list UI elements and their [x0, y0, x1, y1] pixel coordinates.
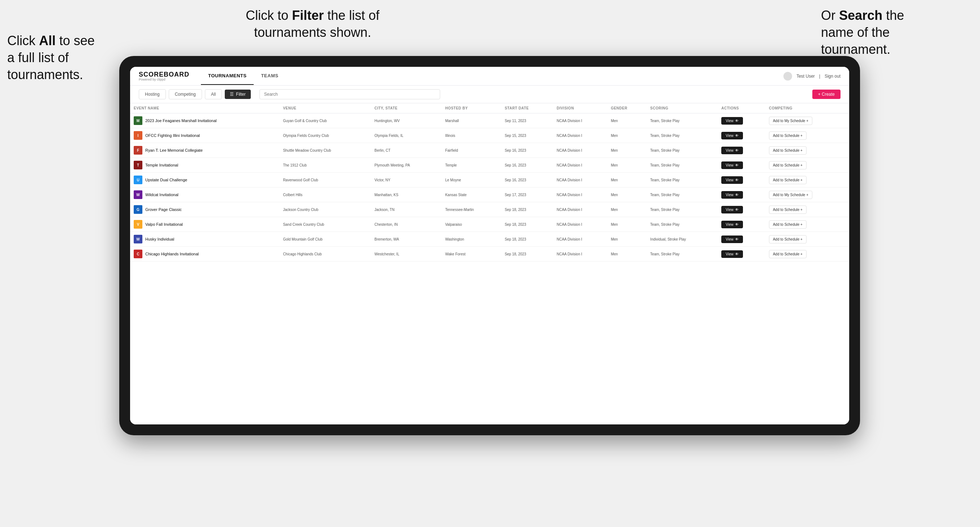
tab-hosting[interactable]: Hosting — [139, 89, 166, 99]
cell-event-name: U Upstate Dual Challenge — [130, 173, 279, 187]
nav-tab-tournaments[interactable]: TOURNAMENTS — [201, 67, 254, 85]
cell-event-name: W Wildcat Invitational — [130, 187, 279, 202]
view-button[interactable]: View 👁 — [721, 221, 743, 228]
cell-actions: View 👁 — [718, 202, 765, 217]
tournaments-table: EVENT NAME VENUE CITY, STATE HOSTED BY S… — [130, 103, 849, 262]
cell-competing: Add to Schedule + — [765, 202, 849, 217]
table-row: T Temple Invitational The 1912 Club Plym… — [130, 158, 849, 173]
team-logo: I — [134, 131, 142, 140]
tab-competing[interactable]: Competing — [169, 89, 202, 99]
cell-start-date: Sep 18, 2023 — [501, 247, 553, 262]
annotation-search: Or Search thename of thetournament. — [821, 7, 958, 58]
cell-competing: Add to Schedule + — [765, 173, 849, 187]
toolbar: Hosting Competing All ☰ Filter + Create — [130, 86, 849, 103]
add-to-schedule-button[interactable]: Add to Schedule + — [769, 250, 807, 258]
cell-division: NCAA Division I — [553, 173, 607, 187]
event-name: OFCC Fighting Illini Invitational — [145, 133, 200, 138]
cell-hosted-by: Tennessee-Martin — [442, 202, 501, 217]
cell-scoring: Team, Stroke Play — [646, 217, 718, 232]
col-venue: VENUE — [279, 103, 371, 113]
eye-icon: 👁 — [735, 148, 738, 152]
col-gender: GENDER — [607, 103, 646, 113]
cell-division: NCAA Division I — [553, 158, 607, 173]
table-row: V Valpo Fall Invitational Sand Creek Cou… — [130, 217, 849, 232]
cell-division: NCAA Division I — [553, 187, 607, 202]
col-hosted-by: HOSTED BY — [442, 103, 501, 113]
cell-event-name: M 2023 Joe Feaganes Marshall Invitationa… — [130, 113, 279, 128]
event-name: Upstate Dual Challenge — [145, 178, 187, 182]
col-event-name: EVENT NAME — [130, 103, 279, 113]
add-to-schedule-button[interactable]: Add to Schedule + — [769, 220, 807, 229]
view-button[interactable]: View 👁 — [721, 250, 743, 258]
cell-start-date: Sep 16, 2023 — [501, 158, 553, 173]
cell-venue: The 1912 Club — [279, 158, 371, 173]
table-row: U Upstate Dual Challenge Ravenwood Golf … — [130, 173, 849, 187]
cell-city-state: Manhattan, KS — [371, 187, 442, 202]
cell-gender: Men — [607, 247, 646, 262]
cell-division: NCAA Division I — [553, 232, 607, 247]
header-right: Test User | Sign out — [783, 72, 840, 81]
add-to-schedule-button[interactable]: Add to Schedule + — [769, 146, 807, 155]
cell-event-name: T Temple Invitational — [130, 158, 279, 173]
cell-hosted-by: Temple — [442, 158, 501, 173]
nav-tab-teams[interactable]: TEAMS — [254, 67, 285, 85]
user-avatar — [783, 72, 792, 81]
view-button[interactable]: View 👁 — [721, 176, 743, 184]
view-button[interactable]: View 👁 — [721, 191, 743, 198]
cell-competing: Add to Schedule + — [765, 143, 849, 158]
add-to-schedule-button[interactable]: Add to My Schedule + — [769, 117, 812, 125]
view-button[interactable]: View 👁 — [721, 132, 743, 140]
team-logo: W — [134, 190, 142, 199]
cell-scoring: Team, Stroke Play — [646, 143, 718, 158]
tablet-screen: SCOREBOARD Powered by clippd TOURNAMENTS… — [130, 67, 849, 424]
cell-scoring: Team, Stroke Play — [646, 202, 718, 217]
cell-event-name: G Grover Page Classic — [130, 202, 279, 217]
table-row: C Chicago Highlands Invitational Chicago… — [130, 247, 849, 262]
cell-competing: Add to My Schedule + — [765, 113, 849, 128]
cell-gender: Men — [607, 128, 646, 143]
nav-tabs: TOURNAMENTS TEAMS — [201, 67, 783, 85]
annotation-filter: Click to Filter the list oftournaments s… — [246, 7, 379, 41]
cell-hosted-by: Illinois — [442, 128, 501, 143]
tab-all[interactable]: All — [205, 89, 222, 99]
filter-label: Filter — [236, 92, 246, 97]
add-to-schedule-button[interactable]: Add to Schedule + — [769, 132, 807, 140]
view-button[interactable]: View 👁 — [721, 117, 743, 125]
create-button[interactable]: + Create — [812, 90, 840, 99]
add-to-schedule-button[interactable]: Add to Schedule + — [769, 235, 807, 243]
view-button[interactable]: View 👁 — [721, 147, 743, 154]
search-input[interactable] — [259, 89, 440, 99]
cell-competing: Add to Schedule + — [765, 247, 849, 262]
cell-division: NCAA Division I — [553, 128, 607, 143]
cell-city-state: Jackson, TN — [371, 202, 442, 217]
view-button[interactable]: View 👁 — [721, 235, 743, 243]
col-competing: COMPETING — [765, 103, 849, 113]
cell-gender: Men — [607, 173, 646, 187]
add-to-schedule-button[interactable]: Add to Schedule + — [769, 161, 807, 170]
cell-start-date: Sep 17, 2023 — [501, 187, 553, 202]
cell-hosted-by: Valparaiso — [442, 217, 501, 232]
cell-actions: View 👁 — [718, 187, 765, 202]
cell-actions: View 👁 — [718, 217, 765, 232]
view-button[interactable]: View 👁 — [721, 206, 743, 213]
cell-division: NCAA Division I — [553, 202, 607, 217]
table-row: I OFCC Fighting Illini Invitational Olym… — [130, 128, 849, 143]
signout-link[interactable]: Sign out — [825, 74, 840, 79]
add-to-schedule-button[interactable]: Add to My Schedule + — [769, 191, 812, 199]
filter-icon: ☰ — [230, 92, 234, 97]
cell-venue: Sand Creek Country Club — [279, 217, 371, 232]
logo-area: SCOREBOARD Powered by clippd — [139, 71, 189, 81]
cell-gender: Men — [607, 202, 646, 217]
event-name: Chicago Highlands Invitational — [145, 252, 199, 256]
add-to-schedule-button[interactable]: Add to Schedule + — [769, 206, 807, 214]
team-logo: C — [134, 249, 142, 258]
cell-competing: Add to Schedule + — [765, 128, 849, 143]
cell-start-date: Sep 11, 2023 — [501, 113, 553, 128]
view-button[interactable]: View 👁 — [721, 162, 743, 169]
app-header: SCOREBOARD Powered by clippd TOURNAMENTS… — [130, 67, 849, 86]
cell-venue: Olympia Fields Country Club — [279, 128, 371, 143]
cell-division: NCAA Division I — [553, 113, 607, 128]
add-to-schedule-button[interactable]: Add to Schedule + — [769, 176, 807, 184]
search-box — [259, 89, 440, 99]
filter-button[interactable]: ☰ Filter — [225, 90, 251, 99]
